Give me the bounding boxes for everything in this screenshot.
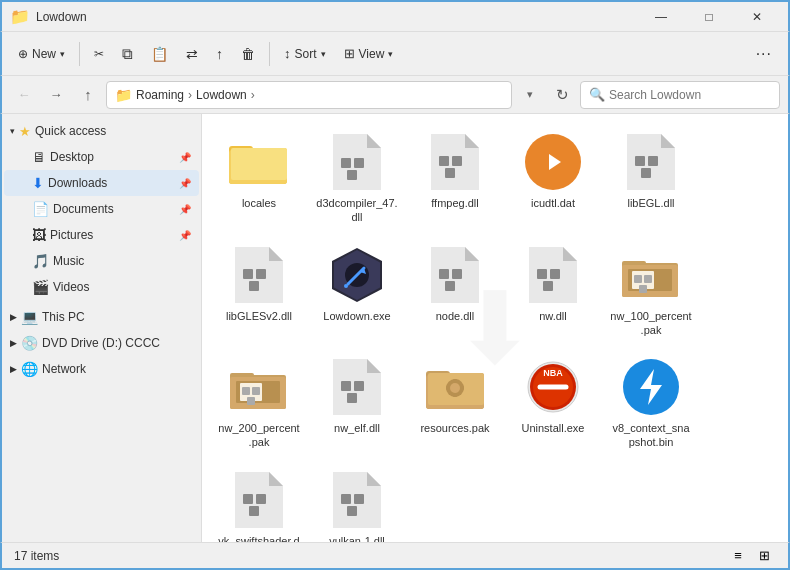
desktop-pin-icon: 📌 [179,152,191,163]
search-box[interactable]: 🔍 [580,81,780,109]
sidebar-videos-label: Videos [53,280,89,294]
this-pc-header[interactable]: ▶ 💻 This PC [2,304,201,330]
sidebar-desktop-label: Desktop [50,150,94,164]
share-button[interactable]: ↑ [208,39,231,69]
title-bar: 📁 Lowdown — □ ✕ [0,0,790,32]
file-item-nw-elf[interactable]: nw_elf.dll [312,351,402,456]
path-roaming: Roaming [136,88,184,102]
svg-rect-56 [247,397,255,405]
file-label-d3dcompiler: d3dcompiler_47.dll [316,196,398,225]
title-bar-controls: — □ ✕ [638,1,780,33]
svg-marker-37 [563,247,577,261]
file-label-locales: locales [242,196,276,210]
sidebar-item-music[interactable]: 🎵 Music [4,248,199,274]
dll-icon-d3dcompiler [327,132,387,192]
path-sep-2: › [251,88,255,102]
file-item-resources[interactable]: resources.pak [410,351,500,456]
svg-rect-55 [252,387,260,395]
paste-icon: 📋 [151,46,168,62]
file-item-icudtl[interactable]: icudtl.dat [508,126,598,231]
videos-icon: 🎬 [32,279,49,295]
dvd-chevron-icon: ▶ [10,338,17,348]
file-label-libGLESv2: libGLESv2.dll [226,309,292,323]
view-label: View [359,47,385,61]
file-item-vk-swiftshader[interactable]: vk_swiftshader.dll [214,464,304,542]
up-button[interactable]: ↑ [74,81,102,109]
toolbar: ⊕ New ▾ ✂ ⧉ 📋 ⇄ ↑ 🗑 ↕ Sort ▾ ⊞ View ▾ ··… [0,32,790,76]
dll-icon-vulkan [327,470,387,530]
list-view-button[interactable]: ≡ [726,545,750,567]
sidebar-item-videos[interactable]: 🎬 Videos [4,274,199,300]
svg-rect-60 [354,381,364,391]
address-path[interactable]: 📁 Roaming › Lowdown › [106,81,512,109]
file-item-node[interactable]: node.dll [410,239,500,344]
svg-rect-39 [550,269,560,279]
file-label-nw100: nw_100_percent.pak [610,309,692,338]
file-item-nw[interactable]: nw.dll [508,239,598,344]
share-icon: ↑ [216,46,223,62]
sidebar-item-desktop[interactable]: 🖥 Desktop 📌 [4,144,199,170]
sort-chevron-icon: ▾ [321,49,326,59]
svg-marker-79 [269,472,283,486]
quick-access-header[interactable]: ▾ ★ Quick access [2,118,201,144]
sort-button[interactable]: ↕ Sort ▾ [276,39,334,69]
file-item-vulkan[interactable]: vulkan-1.dll [312,464,402,542]
this-pc-label: This PC [42,310,85,324]
sidebar-documents-label: Documents [53,202,114,216]
grid-icon: ⊞ [759,548,770,563]
maximize-button[interactable]: □ [686,1,732,33]
grid-view-button[interactable]: ⊞ [752,545,776,567]
music-icon: 🎵 [32,253,49,269]
more-button[interactable]: ··· [748,39,780,69]
file-item-libEGL[interactable]: libEGL.dll [606,126,696,231]
media-icon-icudtl [523,132,583,192]
minimize-button[interactable]: — [638,1,684,33]
file-item-v8[interactable]: v8_context_snapshot.bin [606,351,696,456]
move-button[interactable]: ⇄ [178,39,206,69]
file-item-nw200[interactable]: nw_200_percent.pak [214,351,304,456]
file-item-locales[interactable]: locales [214,126,304,231]
dvd-header[interactable]: ▶ 💿 DVD Drive (D:) CCCC [2,330,201,356]
svg-rect-71 [460,386,464,390]
dll-icon-node [425,245,485,305]
documents-pin-icon: 📌 [179,204,191,215]
file-item-nw100[interactable]: nw_100_percent.pak [606,239,696,344]
svg-rect-22 [243,269,253,279]
path-lowdown: Lowdown [196,88,247,102]
sidebar-item-pictures[interactable]: 🖼 Pictures 📌 [4,222,199,248]
downloads-pin-icon: 📌 [179,178,191,189]
cut-icon: ✂ [94,47,104,61]
refresh-button[interactable]: ↻ [548,81,576,109]
back-button[interactable]: ← [10,81,38,109]
sidebar-item-documents[interactable]: 📄 Documents 📌 [4,196,199,222]
file-item-uninstall[interactable]: NBA Uninstall.exe [508,351,598,456]
file-item-ffmpeg[interactable]: ffmpeg.dll [410,126,500,231]
forward-button[interactable]: → [42,81,70,109]
close-button[interactable]: ✕ [734,1,780,33]
file-grid: locales d3dcompiler_47.dll [214,126,776,542]
quick-access-star-icon: ★ [19,124,31,139]
toolbar-separator-1 [79,42,80,66]
cut-button[interactable]: ✂ [86,39,112,69]
list-icon: ≡ [734,548,742,563]
sidebar-item-downloads[interactable]: ⬇ Downloads 📌 [4,170,199,196]
file-item-lowdown-exe[interactable]: Lowdown.exe [312,239,402,344]
search-input[interactable] [609,88,771,102]
window-icon: 📁 [10,7,30,26]
new-button[interactable]: ⊕ New ▾ [10,39,73,69]
paste-button[interactable]: 📋 [143,39,176,69]
desktop-icon: 🖥 [32,149,46,165]
path-dropdown-button[interactable]: ▾ [516,81,544,109]
search-icon: 🔍 [589,87,605,102]
file-item-d3dcompiler[interactable]: d3dcompiler_47.dll [312,126,402,231]
documents-icon: 📄 [32,201,49,217]
window-title: Lowdown [36,10,638,24]
file-item-libGLESv2[interactable]: libGLESv2.dll [214,239,304,344]
delete-button[interactable]: 🗑 [233,39,263,69]
dll-icon-libGLESv2 [229,245,289,305]
view-button[interactable]: ⊞ View ▾ [336,39,402,69]
main-area: ▾ ★ Quick access 🖥 Desktop 📌 ⬇ Downloads… [0,114,790,542]
network-header[interactable]: ▶ 🌐 Network [2,356,201,382]
svg-rect-48 [639,285,647,293]
copy-button[interactable]: ⧉ [114,39,141,69]
